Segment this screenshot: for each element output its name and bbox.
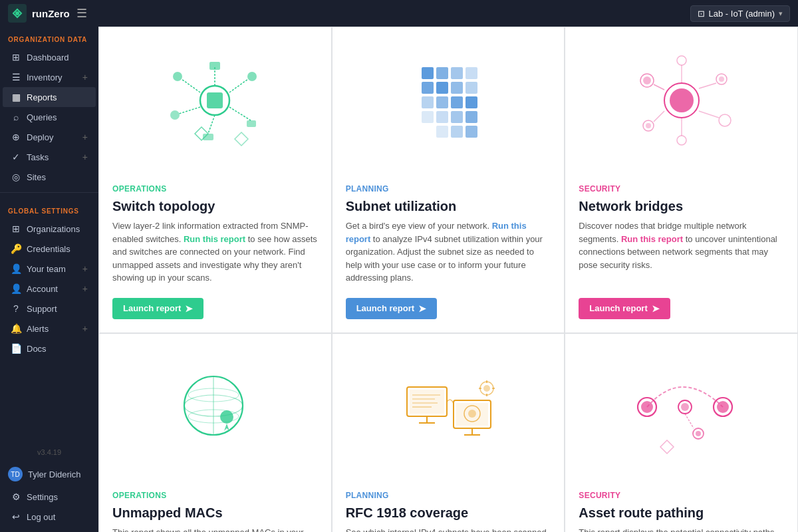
sidebar-item-alerts[interactable]: 🔔 Alerts + [3, 319, 96, 338]
network-bridges-illustration [622, 47, 741, 154]
deploy-add-icon[interactable]: + [82, 132, 88, 142]
svg-point-87 [696, 431, 701, 436]
org-selector[interactable]: ⊡ Lab - IoT (admin) ▾ [690, 5, 790, 22]
svg-rect-33 [466, 111, 477, 123]
topnav-logo: runZero [8, 4, 70, 23]
run-link-subnet-utilization[interactable]: Run this report [346, 221, 527, 244]
svg-rect-19 [436, 67, 448, 79]
support-icon: ? [11, 303, 21, 314]
sidebar-item-dashboard[interactable]: ⊞ Dashboard [3, 47, 96, 67]
card-unmapped-macs: Operations Unmapped MACs This report sho… [99, 334, 331, 533]
sidebar-item-reports[interactable]: ▦ Reports [3, 87, 96, 107]
sidebar-item-inventory[interactable]: ☰ Inventory + [3, 67, 96, 87]
svg-rect-26 [422, 96, 434, 108]
sidebar-item-label: Account [27, 284, 58, 294]
svg-point-50 [677, 136, 686, 145]
svg-rect-20 [451, 67, 463, 79]
sidebar-item-account[interactable]: 👤 Account + [3, 279, 96, 299]
svg-line-46 [699, 111, 719, 118]
sidebar-item-your-team[interactable]: 👤 Your team + [3, 259, 96, 279]
org-section-label: ORGANIZATION DATA [0, 27, 98, 47]
card-image-rfc1918-coverage [332, 334, 565, 480]
sidebar-item-docs[interactable]: 📄 Docs [3, 338, 96, 358]
your-team-add-icon[interactable]: + [82, 263, 88, 274]
sidebar-item-logout[interactable]: ↩ Log out [3, 507, 96, 527]
card-title: Switch topology [112, 199, 318, 214]
card-title: RFC 1918 coverage [346, 505, 551, 521]
launch-report-button-subnet-utilization[interactable]: Launch report ➤ [346, 298, 437, 319]
tasks-add-icon[interactable]: + [82, 152, 88, 162]
sidebar-item-label: Credentials [27, 244, 70, 254]
svg-point-1 [15, 11, 19, 15]
card-description: Get a bird's eye view of your network. R… [346, 219, 551, 285]
svg-line-49 [654, 111, 664, 122]
run-link-network-bridges[interactable]: Run this report [621, 234, 683, 244]
launch-icon: ➤ [652, 303, 660, 314]
org-selector-label: Lab - IoT (admin) [709, 9, 775, 19]
svg-rect-5 [209, 62, 220, 70]
card-title: Unmapped MACs [112, 505, 318, 521]
version-label: v3.4.19 [0, 443, 98, 462]
account-add-icon[interactable]: + [82, 283, 88, 294]
sidebar-item-label: Reports [27, 92, 57, 102]
svg-rect-30 [422, 111, 434, 123]
topnav-left: runZero ☰ [8, 4, 87, 23]
sidebar-item-label: Support [27, 304, 57, 314]
your-team-icon: 👤 [11, 263, 21, 274]
launch-report-button-switch-topology[interactable]: Launch report ➤ [112, 298, 203, 319]
sidebar-item-organizations[interactable]: ⊞ Organizations [3, 219, 96, 239]
sidebar-item-label: Organizations [27, 224, 80, 234]
dashboard-icon: ⊞ [11, 52, 21, 63]
card-body-rfc1918-coverage: Planning RFC 1918 coverage See which int… [332, 480, 565, 533]
svg-line-12 [229, 79, 248, 92]
sidebar-item-support[interactable]: ? Support [3, 299, 96, 319]
inventory-add-icon[interactable]: + [82, 72, 88, 82]
sidebar-item-queries[interactable]: ⌕ Queries [3, 107, 96, 127]
svg-line-88 [685, 414, 694, 428]
card-rfc1918-coverage: Planning RFC 1918 coverage See which int… [332, 334, 565, 533]
card-description: View layer-2 link information extracted … [112, 219, 318, 285]
card-subnet-utilization: Planning Subnet utilization Get a bird's… [332, 27, 565, 332]
card-category: Operations [112, 184, 318, 194]
sidebar-item-label: Dashboard [27, 53, 69, 63]
reports-icon: ▦ [11, 92, 21, 102]
card-image-network-bridges [565, 27, 797, 174]
sidebar-item-tasks[interactable]: ✓ Tasks + [3, 147, 96, 167]
card-body-asset-route-pathing: Security Asset route pathing This report… [565, 480, 797, 533]
switch-topology-illustration [155, 47, 275, 154]
sidebar-item-label: Settings [27, 492, 58, 502]
docs-icon: 📄 [11, 343, 21, 354]
alerts-icon: 🔔 [11, 323, 21, 334]
logo-icon [8, 4, 27, 23]
sidebar-item-credentials[interactable]: 🔑 Credentials [3, 239, 96, 259]
svg-point-81 [641, 401, 653, 413]
svg-rect-31 [436, 111, 448, 123]
deploy-icon: ⊕ [11, 132, 21, 142]
hamburger-icon[interactable]: ☰ [76, 6, 87, 21]
svg-line-41 [654, 84, 664, 90]
card-category: Security [579, 184, 784, 194]
svg-point-48 [646, 123, 651, 128]
settings-icon: ⚙ [11, 491, 21, 502]
svg-rect-24 [451, 82, 463, 94]
svg-point-43 [719, 76, 724, 82]
svg-rect-34 [436, 126, 448, 138]
card-description: Discover nodes that bridge multiple netw… [579, 219, 784, 285]
sidebar-item-deploy[interactable]: ⊕ Deploy + [3, 127, 96, 147]
run-link-switch-topology[interactable]: Run this report [184, 234, 245, 244]
svg-rect-36 [466, 126, 477, 138]
sites-icon: ◎ [11, 172, 21, 182]
card-body-subnet-utilization: Planning Subnet utilization Get a bird's… [332, 174, 565, 298]
svg-rect-61 [410, 390, 444, 414]
svg-rect-32 [451, 111, 463, 123]
svg-point-83 [681, 403, 689, 411]
card-description: This report displays the potential conne… [579, 526, 784, 533]
svg-line-14 [229, 107, 251, 120]
sidebar-item-sites[interactable]: ◎ Sites [3, 167, 96, 187]
launch-report-button-network-bridges[interactable]: Launch report ➤ [579, 298, 670, 319]
alerts-add-icon[interactable]: + [82, 323, 88, 334]
card-body-network-bridges: Security Network bridges Discover nodes … [565, 174, 797, 298]
card-description: This report shows all the unmapped MACs … [112, 526, 318, 533]
svg-rect-3 [207, 92, 223, 108]
sidebar-item-settings[interactable]: ⚙ Settings [3, 487, 96, 507]
